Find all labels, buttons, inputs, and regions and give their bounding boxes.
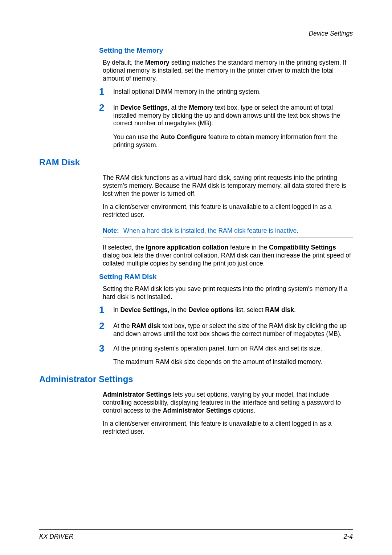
page-header: Device Settings <box>39 30 353 39</box>
paragraph: If selected, the Ignore application coll… <box>103 244 353 268</box>
header-section-label: Device Settings <box>39 30 353 37</box>
text: options. <box>231 407 255 414</box>
text: feature in the <box>228 244 269 251</box>
heading-administrator-settings: Administrator Settings <box>39 374 353 384</box>
step-number: 2 <box>99 321 106 331</box>
paragraph: You can use the Auto Configure feature t… <box>113 133 353 149</box>
text: By default, the <box>103 59 145 66</box>
text-bold: RAM disk <box>132 322 161 329</box>
footer-left: KX DRIVER <box>39 533 73 540</box>
paragraph: In Device Settings, in the Device option… <box>113 306 353 314</box>
text: Install optional DIMM memory in the prin… <box>113 88 353 96</box>
footer-rule <box>39 529 353 530</box>
heading-setting-the-memory: Setting the Memory <box>99 46 353 54</box>
text-bold: Memory <box>189 104 213 111</box>
text-bold: Ignore application collation <box>146 244 229 251</box>
paragraph: The RAM disk functions as a virtual hard… <box>103 174 353 198</box>
text-bold: Administrator Settings <box>103 391 171 398</box>
text-bold: Administrator Settings <box>163 407 231 414</box>
paragraph: At the printing system's operation panel… <box>113 345 353 353</box>
step-row: 1 In Device Settings, in the Device opti… <box>99 306 353 316</box>
note-text: When a hard disk is installed, the RAM d… <box>123 227 298 234</box>
step-row: 3 At the printing system's operation pan… <box>99 345 353 366</box>
paragraph: Setting the RAM disk lets you save print… <box>103 285 353 301</box>
text: , at the <box>168 104 189 111</box>
text-bold: RAM disk <box>265 306 294 313</box>
heading-setting-ram-disk: Setting RAM Disk <box>99 273 353 281</box>
text-bold: Device Settings <box>120 104 167 111</box>
step-text: In Device Settings, at the Memory text b… <box>113 104 353 149</box>
paragraph: Administrator Settings lets you set opti… <box>103 391 353 415</box>
paragraph: The maximum RAM disk size depends on the… <box>113 358 353 366</box>
text-bold: Auto Configure <box>160 133 207 141</box>
step-text: At the RAM disk text box, type or select… <box>113 322 353 338</box>
header-rule <box>39 39 353 39</box>
text: dialog box lets the driver control colla… <box>103 252 351 267</box>
step-text: In Device Settings, in the Device option… <box>113 306 353 314</box>
note-label: Note: <box>103 227 119 234</box>
step-text: At the printing system's operation panel… <box>113 345 353 366</box>
text: In <box>113 104 120 111</box>
text-bold: Device Settings <box>120 306 167 313</box>
text-bold: Device options <box>188 306 233 313</box>
note-box: Note:When a hard disk is installed, the … <box>103 224 353 238</box>
text: . <box>294 306 296 313</box>
page: Device Settings Setting the Memory By de… <box>0 0 392 555</box>
step-number: 3 <box>99 344 106 353</box>
footer-right: 2-4 <box>344 533 353 540</box>
text: At the <box>113 322 132 329</box>
paragraph: In a client/server environment, this fea… <box>103 420 353 436</box>
text-bold: Compatibility Settings <box>269 244 336 251</box>
step-row: 2 In Device Settings, at the Memory text… <box>99 104 353 149</box>
step-row: 1 Install optional DIMM memory in the pr… <box>99 88 353 97</box>
paragraph: By default, the Memory setting matches t… <box>103 59 353 83</box>
text: , in the <box>168 306 188 313</box>
step-row: 2 At the RAM disk text box, type or sele… <box>99 322 353 338</box>
paragraph: In Device Settings, at the Memory text b… <box>113 104 353 128</box>
text-bold: Memory <box>145 59 170 66</box>
step-number: 1 <box>99 305 106 315</box>
paragraph: At the RAM disk text box, type or select… <box>113 322 353 338</box>
text: list, select <box>234 306 265 313</box>
text: If selected, the <box>103 244 146 251</box>
text: You can use the <box>113 133 160 141</box>
content: Setting the Memory By default, the Memor… <box>39 46 353 436</box>
step-number: 2 <box>99 103 106 112</box>
step-text: Install optional DIMM memory in the prin… <box>113 88 353 96</box>
heading-ram-disk: RAM Disk <box>39 157 353 167</box>
paragraph: In a client/server environment, this fea… <box>103 203 353 219</box>
step-number: 1 <box>99 87 106 96</box>
text: In <box>113 306 120 313</box>
